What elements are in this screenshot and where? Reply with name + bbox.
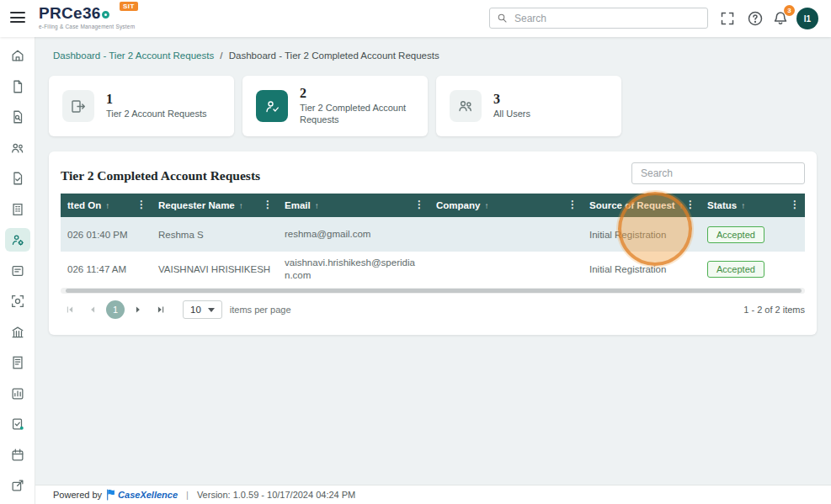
sidebar-item-analytics[interactable] bbox=[5, 382, 30, 406]
cell-submitted-on: 026 01:40 PM bbox=[61, 217, 152, 252]
card-label: All Users bbox=[493, 109, 530, 120]
cell-status: Accepted bbox=[700, 217, 805, 252]
prev-page-button[interactable] bbox=[83, 300, 102, 319]
sidebar-item-account-requests[interactable] bbox=[5, 228, 30, 252]
main-content: Dashboard - Tier 2 Account Requests / Da… bbox=[35, 37, 831, 485]
column-menu-icon[interactable]: ⋮ bbox=[414, 199, 424, 210]
sidebar-item-users[interactable] bbox=[5, 136, 30, 160]
notification-badge: 3 bbox=[784, 5, 795, 16]
panel-title: Tier 2 Completed Account Requests bbox=[61, 168, 260, 183]
sort-asc-icon[interactable]: ↑ bbox=[741, 201, 745, 210]
sidebar-item-external-link[interactable] bbox=[5, 474, 30, 497]
user-avatar[interactable]: I1 bbox=[796, 8, 818, 29]
breadcrumb-current: Dashboard - Tier 2 Completed Account Req… bbox=[229, 50, 439, 61]
logo-tagline: e-Filing & Case Management System bbox=[39, 24, 135, 29]
sidebar-item-calendar[interactable] bbox=[5, 443, 30, 467]
column-header-submitted-on[interactable]: tted On↑⋮ bbox=[61, 194, 152, 217]
fullscreen-icon[interactable] bbox=[719, 10, 736, 27]
status-badge: Accepted bbox=[707, 226, 764, 243]
column-header-source-of-request[interactable]: Source of Request↑⋮ bbox=[583, 194, 700, 217]
column-menu-icon[interactable]: ⋮ bbox=[685, 199, 695, 210]
version-label: Version: 1.0.59 - 10/17/2024 04:24 PM bbox=[197, 490, 355, 500]
cell-submitted-on: 026 11:47 AM bbox=[61, 252, 152, 286]
sidebar bbox=[0, 37, 35, 504]
column-menu-icon[interactable]: ⋮ bbox=[136, 199, 146, 210]
user-check-icon bbox=[256, 90, 288, 122]
items-per-page-label: items per page bbox=[230, 305, 291, 315]
status-badge: Accepted bbox=[707, 261, 764, 278]
completed-requests-panel: Tier 2 Completed Account Requests tted O… bbox=[49, 151, 817, 335]
breadcrumb-link[interactable]: Dashboard - Tier 2 Account Requests bbox=[53, 50, 214, 61]
sidebar-item-organization[interactable] bbox=[5, 198, 30, 221]
column-header-email[interactable]: Email↑⋮ bbox=[278, 194, 429, 217]
global-search-input[interactable] bbox=[513, 12, 700, 25]
first-page-button[interactable] bbox=[61, 300, 79, 319]
top-bar: SIT PRCe36 e-Filing & Case Management Sy… bbox=[0, 0, 831, 37]
last-page-button[interactable] bbox=[152, 300, 170, 319]
brand-flag-icon bbox=[106, 489, 116, 501]
sort-asc-icon[interactable]: ↑ bbox=[484, 201, 488, 210]
scrollbar-thumb[interactable] bbox=[66, 289, 802, 293]
request-icon bbox=[62, 90, 94, 122]
page-size-select[interactable]: 10 bbox=[183, 300, 222, 319]
sidebar-item-home[interactable] bbox=[5, 44, 30, 67]
table-search-input[interactable] bbox=[639, 167, 797, 180]
search-icon bbox=[497, 13, 508, 24]
breadcrumb-separator: / bbox=[220, 50, 222, 61]
global-search bbox=[489, 8, 708, 29]
sort-asc-icon[interactable]: ↑ bbox=[679, 201, 684, 210]
sort-asc-icon[interactable]: ↑ bbox=[239, 201, 243, 210]
card-count: 1 bbox=[106, 92, 206, 107]
table-row[interactable]: 026 11:47 AM VAISHNAVI HRISHIKESH vaishn… bbox=[61, 252, 805, 286]
stat-card-tier2-requests[interactable]: 1 Tier 2 Account Requests bbox=[49, 76, 234, 136]
sidebar-item-documents[interactable] bbox=[5, 75, 30, 98]
users-icon bbox=[450, 90, 482, 122]
cell-status: Accepted bbox=[700, 252, 805, 286]
current-page[interactable]: 1 bbox=[106, 300, 125, 319]
brand-logo[interactable]: CaseXellence bbox=[106, 489, 178, 501]
notifications-bell-icon[interactable]: 3 bbox=[772, 10, 789, 27]
help-icon[interactable] bbox=[747, 10, 764, 27]
cell-source-of-request: Initial Registration bbox=[583, 217, 700, 252]
cell-requester-name: Reshma S bbox=[152, 217, 278, 252]
sort-asc-icon[interactable]: ↑ bbox=[105, 201, 109, 210]
next-page-button[interactable] bbox=[129, 300, 147, 319]
sidebar-item-document-search[interactable] bbox=[5, 105, 30, 129]
horizontal-scrollbar[interactable] bbox=[61, 288, 805, 294]
column-menu-icon[interactable]: ⋮ bbox=[567, 199, 578, 210]
sidebar-item-document-verify[interactable] bbox=[5, 167, 30, 190]
column-header-requester-name[interactable]: Requester Name↑⋮ bbox=[152, 194, 278, 217]
stat-cards: 1 Tier 2 Account Requests 2 Tier 2 Compl… bbox=[49, 76, 621, 136]
app-window: SIT PRCe36 e-Filing & Case Management Sy… bbox=[0, 0, 831, 504]
card-count: 2 bbox=[300, 86, 414, 101]
sidebar-item-tasks[interactable] bbox=[5, 259, 30, 283]
card-label: Tier 2 Completed Account Requests bbox=[300, 103, 414, 126]
page-range-label: 1 - 2 of 2 items bbox=[743, 305, 805, 315]
app-logo[interactable]: SIT PRCe36 e-Filing & Case Management Sy… bbox=[39, 4, 135, 29]
hamburger-menu-icon[interactable] bbox=[10, 12, 25, 25]
sort-asc-icon[interactable]: ↑ bbox=[315, 201, 319, 210]
sidebar-item-report[interactable] bbox=[5, 351, 30, 374]
stat-card-all-users[interactable]: 3 All Users bbox=[436, 76, 621, 136]
column-menu-icon[interactable]: ⋮ bbox=[263, 199, 273, 210]
cell-company bbox=[429, 252, 583, 286]
env-badge: SIT bbox=[120, 2, 138, 11]
sidebar-item-approvals[interactable] bbox=[5, 412, 30, 436]
stat-card-tier2-completed[interactable]: 2 Tier 2 Completed Account Requests bbox=[242, 76, 428, 136]
powered-by-label: Powered by bbox=[53, 490, 102, 500]
logo-dot-icon bbox=[102, 11, 109, 19]
caret-down-icon bbox=[208, 308, 215, 312]
cell-company bbox=[429, 217, 583, 252]
cell-requester-name: VAISHNAVI HRISHIKESH bbox=[152, 252, 278, 286]
column-header-status[interactable]: Status↑⋮ bbox=[700, 194, 805, 217]
cell-email: vaishnavi.hrishikesh@speridian.com bbox=[278, 252, 429, 286]
column-menu-icon[interactable]: ⋮ bbox=[790, 199, 800, 210]
breadcrumb: Dashboard - Tier 2 Account Requests / Da… bbox=[53, 50, 831, 61]
cell-email: reshma@gmail.com bbox=[278, 217, 429, 252]
table-row[interactable]: 026 01:40 PM Reshma S reshma@gmail.com I… bbox=[61, 217, 805, 252]
column-header-company[interactable]: Company↑⋮ bbox=[429, 194, 583, 217]
footer-separator: | bbox=[186, 490, 189, 500]
sidebar-item-court[interactable] bbox=[5, 321, 30, 344]
sidebar-item-case-search[interactable] bbox=[5, 289, 30, 313]
requests-table: tted On↑⋮ Requester Name↑⋮ Email↑⋮ Compa… bbox=[61, 194, 805, 286]
